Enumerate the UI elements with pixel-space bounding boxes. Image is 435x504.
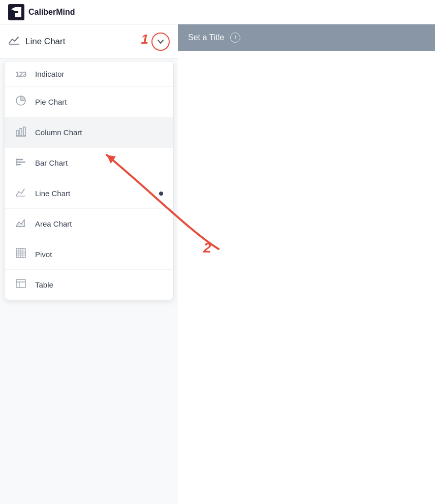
content-header: Set a Title i: [178, 24, 435, 51]
menu-item-table-label: Table: [35, 280, 53, 289]
indicator-icon: 123: [15, 70, 27, 78]
svg-rect-5: [16, 131, 18, 136]
line-chart-header-icon: [8, 35, 20, 48]
area-chart-icon: [15, 217, 27, 231]
menu-item-pie-chart-label: Pie Chart: [35, 98, 67, 106]
calibermind-logo-icon: [8, 4, 24, 20]
logo-area: CaliberMind: [8, 4, 75, 20]
chart-type-dropdown-button[interactable]: [151, 33, 170, 51]
svg-rect-6: [20, 129, 22, 136]
column-chart-icon: [15, 125, 27, 139]
menu-item-pie-chart[interactable]: Pie Chart: [5, 87, 173, 117]
logo-text: CaliberMind: [28, 8, 75, 17]
menu-item-bar-chart-label: Bar Chart: [35, 159, 68, 167]
line-chart-selected-dot: [159, 192, 163, 196]
menu-item-column-chart[interactable]: Column Chart: [5, 117, 173, 148]
chevron-down-icon: [157, 39, 164, 44]
svg-rect-7: [23, 127, 25, 136]
line-chart-menu-icon: [15, 186, 27, 200]
menu-item-area-chart[interactable]: Area Chart: [5, 209, 173, 239]
main-layout: Line Chart 1 123 Indicator: [0, 24, 435, 504]
step1-annotation: 1: [141, 32, 148, 47]
menu-item-line-chart[interactable]: Line Chart: [5, 178, 173, 209]
menu-item-area-chart-label: Area Chart: [35, 219, 72, 228]
info-icon: i: [230, 33, 240, 43]
menu-item-table[interactable]: Table: [5, 270, 173, 300]
svg-rect-22: [16, 279, 25, 288]
bar-chart-icon: [15, 156, 27, 170]
content-area: Set a Title i: [178, 24, 435, 504]
menu-item-indicator-label: Indicator: [35, 70, 65, 78]
table-icon: [15, 278, 27, 292]
navbar: CaliberMind: [0, 0, 435, 24]
menu-item-bar-chart[interactable]: Bar Chart: [5, 148, 173, 178]
sidebar: Line Chart 1 123 Indicator: [0, 24, 178, 504]
chart-header-label: Line Chart: [25, 37, 146, 47]
menu-item-line-chart-label: Line Chart: [35, 189, 70, 198]
menu-item-pivot-label: Pivot: [35, 250, 52, 259]
menu-item-indicator[interactable]: 123 Indicator: [5, 61, 173, 87]
menu-item-column-chart-label: Column Chart: [35, 128, 82, 137]
chart-selector-header: Line Chart 1: [0, 24, 178, 59]
content-title: Set a Title: [188, 33, 224, 42]
pivot-icon: [15, 247, 27, 261]
menu-item-pivot[interactable]: Pivot: [5, 239, 173, 270]
content-body: [178, 51, 435, 504]
pie-chart-icon: [15, 95, 27, 109]
chart-type-dropdown-menu: 123 Indicator Pie Chart: [4, 61, 174, 300]
svg-rect-0: [8, 4, 24, 20]
